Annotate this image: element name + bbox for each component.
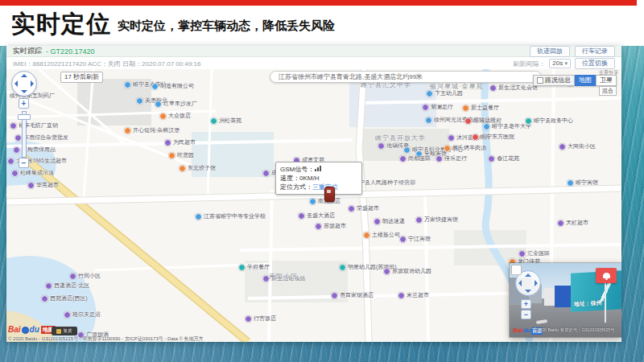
poi-marker-icon[interactable]: [339, 264, 346, 271]
poi-marker-icon[interactable]: [309, 198, 316, 205]
poi-marker-icon[interactable]: [398, 292, 405, 299]
poi-marker-icon[interactable]: [378, 142, 385, 150]
poi-marker-icon[interactable]: [315, 223, 322, 230]
map-search-input[interactable]: 江苏省徐州市睢宁县育青北路,圣盛大酒店北约99米: [270, 71, 542, 83]
poi-marker-icon[interactable]: [245, 315, 252, 323]
compass-right-icon[interactable]: [535, 280, 538, 286]
poi-marker-icon[interactable]: [472, 134, 479, 141]
map-poi[interactable]: 睢宁县政务中心: [525, 117, 573, 125]
map-poi[interactable]: 尚都国际: [399, 154, 431, 162]
pan-down-icon[interactable]: [21, 90, 27, 93]
map-poi[interactable]: 西递酒店·北区: [45, 282, 89, 290]
poi-marker-icon[interactable]: [399, 155, 407, 162]
compass-left-icon[interactable]: [518, 280, 522, 286]
poi-marker-icon[interactable]: [425, 117, 432, 124]
map-poi[interactable]: 宁江宾馆: [399, 235, 431, 243]
map-poi[interactable]: 苏源双语幼儿园: [383, 267, 431, 275]
map-poi[interactable]: 吃货园: [168, 151, 194, 159]
map-poi[interactable]: 松峰集成吊顶: [11, 169, 54, 177]
poi-marker-icon[interactable]: [489, 84, 497, 92]
poi-marker-icon[interactable]: [464, 117, 472, 125]
map-poi[interactable]: 圣盛大酒店: [298, 212, 335, 220]
poi-marker-icon[interactable]: [195, 213, 202, 220]
poi-marker-icon[interactable]: [436, 155, 443, 162]
poi-marker-icon[interactable]: [374, 218, 381, 225]
poi-marker-icon[interactable]: [136, 97, 143, 105]
poi-marker-icon[interactable]: [14, 134, 22, 142]
map-poi[interactable]: 格尔夫足浴: [64, 311, 101, 319]
poi-marker-icon[interactable]: [45, 282, 52, 290]
map-poi[interactable]: 苏源超市: [315, 222, 346, 230]
track-playback-button[interactable]: 轨迹回放: [530, 46, 570, 57]
compass-down-icon[interactable]: [525, 290, 531, 293]
poi-marker-icon[interactable]: [348, 205, 355, 212]
refresh-interval-select[interactable]: 20s ▾: [549, 59, 571, 68]
map-poi[interactable]: 行宫饭店: [245, 315, 276, 323]
poi-marker-icon[interactable]: [518, 250, 526, 257]
poi-marker-icon[interactable]: [7, 158, 14, 165]
map-poi[interactable]: 润松茶苑: [210, 117, 242, 125]
zoom-slider-handle[interactable]: [18, 114, 31, 120]
poi-marker-icon[interactable]: [238, 264, 246, 271]
driving-record-button[interactable]: 行车记录: [575, 46, 615, 57]
map-poi[interactable]: 惠百家烟酒店: [331, 291, 374, 299]
traffic-toggle[interactable]: 路况信息: [533, 75, 575, 86]
pan-left-icon[interactable]: [14, 80, 18, 87]
map-poi[interactable]: 天虹超市: [557, 219, 588, 227]
map-poi[interactable]: 佳乐足行: [436, 154, 467, 162]
poi-marker-icon[interactable]: [179, 165, 186, 172]
compass-up-icon[interactable]: [525, 274, 531, 277]
map-canvas[interactable]: 睢宁县永安站制造有限公司美惠鞋业红苹果沙发厂大众饭店开心馄饨·杂粮汉堡润松茶苑徐…: [6, 69, 621, 342]
map-poi[interactable]: 土楼族公司: [363, 231, 400, 239]
poi-marker-icon[interactable]: [331, 292, 338, 299]
map-poi[interactable]: 西苑酒店(西区): [41, 294, 88, 302]
map-poi[interactable]: 睢宁县老年大学: [483, 122, 531, 130]
poi-marker-icon[interactable]: [155, 101, 162, 108]
map-poi[interactable]: 地锅传奇: [378, 142, 409, 150]
zoom-out-button[interactable]: −: [19, 158, 29, 168]
poi-marker-icon[interactable]: [124, 81, 131, 88]
poi-marker-icon[interactable]: [559, 143, 566, 150]
poi-marker-icon[interactable]: [151, 83, 159, 90]
poi-marker-icon[interactable]: [525, 117, 532, 125]
map-poi[interactable]: 竹间小区: [69, 272, 101, 280]
map-poi[interactable]: 大同街小区: [559, 142, 596, 150]
vehicle-marker[interactable]: [324, 187, 335, 202]
poi-marker-icon[interactable]: [399, 236, 407, 243]
map-poi[interactable]: 朗达速递: [374, 217, 405, 225]
map-poi[interactable]: 新士益餐厅: [462, 104, 499, 112]
poi-marker-icon[interactable]: [483, 123, 490, 130]
map-poi[interactable]: 江苏省睢宁中等专业学校: [195, 212, 266, 220]
map-poi[interactable]: 裕丰毛纺厂直销: [10, 121, 58, 130]
poi-marker-icon[interactable]: [10, 122, 17, 130]
poi-marker-icon[interactable]: [69, 273, 76, 280]
poi-marker-icon[interactable]: [448, 134, 455, 142]
map-poi[interactable]: 米兰超市: [398, 291, 429, 299]
pan-right-icon[interactable]: [31, 80, 34, 87]
poi-marker-icon[interactable]: [488, 155, 495, 162]
map-pan-control[interactable]: [11, 71, 37, 97]
poi-marker-icon[interactable]: [64, 311, 71, 319]
map-poi[interactable]: 睢宁宾馆: [567, 179, 598, 187]
poi-marker-icon[interactable]: [415, 216, 423, 224]
poi-marker-icon[interactable]: [567, 179, 574, 187]
map-poi[interactable]: 制造有限公司: [151, 82, 194, 90]
poi-marker-icon[interactable]: [168, 152, 175, 159]
poi-marker-icon[interactable]: [557, 220, 564, 227]
map-poi[interactable]: 紫澜足疗: [422, 103, 453, 111]
map-poi[interactable]: 睢宁东方医院: [472, 133, 514, 141]
map-type-mix-button[interactable]: 混合: [599, 86, 617, 96]
map-poi[interactable]: 荣盛超市: [348, 204, 379, 212]
map-poi[interactable]: 华英超市: [27, 181, 59, 189]
poi-marker-icon[interactable]: [262, 170, 270, 177]
map-poi[interactable]: 万家快捷宾馆: [415, 216, 458, 224]
poi-marker-icon[interactable]: [27, 182, 35, 189]
map-poi[interactable]: 大众饭店: [159, 112, 191, 120]
map-poi[interactable]: 新生活文化会馆: [489, 84, 538, 92]
poi-marker-icon[interactable]: [164, 139, 171, 146]
street-view-panel[interactable]: 地址：徐州 + − Baidu百度 ©2020 Baidu 资质证号：GS(20…: [510, 263, 621, 337]
map-poi[interactable]: 东北饺子馆: [179, 164, 216, 172]
poi-marker-icon[interactable]: [383, 268, 390, 275]
zoom-in-button[interactable]: +: [19, 98, 29, 109]
map-poi[interactable]: 大润发玛特生活超市: [7, 157, 67, 165]
